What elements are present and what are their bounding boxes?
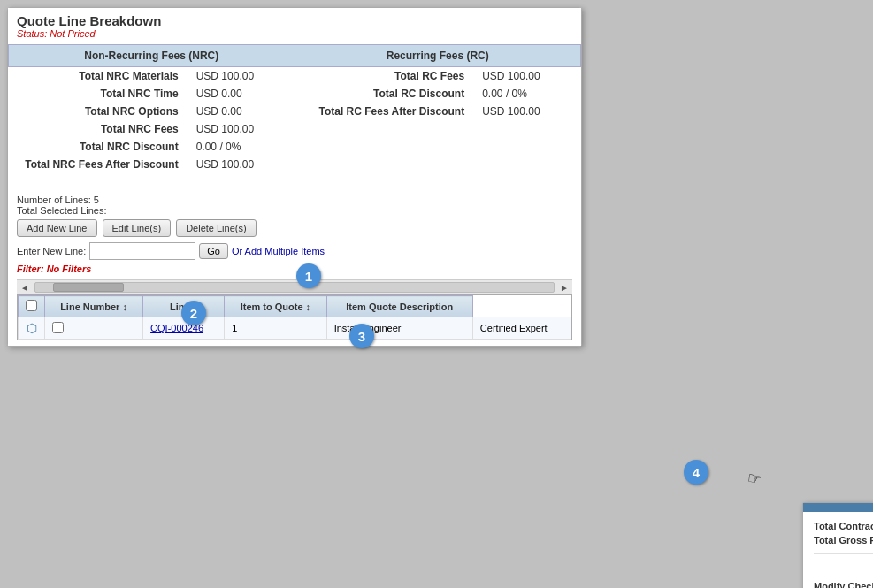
nrc-materials-label: Total NRC Materials xyxy=(9,67,188,86)
scroll-thumb[interactable] xyxy=(53,283,124,292)
step-badge-1: 1 xyxy=(296,263,321,288)
col-line-number-header[interactable]: Line Number ↕ xyxy=(45,296,143,317)
modify-label: Modify Checked Item(s): xyxy=(814,581,873,588)
nrc-header: Non-Recurring Fees (NRC) xyxy=(9,45,295,67)
nrc-options-value: USD 0.00 xyxy=(188,103,295,120)
view-customer-quotation-link[interactable]: View Customer Quotation Line Detail Sepa… xyxy=(814,559,873,569)
rc-header: Recurring Fees (RC) xyxy=(295,45,581,67)
nrc-discount-value: 0.00 / 0% xyxy=(188,138,295,156)
quote-panel-title-section: Quote Line Breakdown Status: Not Priced xyxy=(8,8,581,41)
or-add-multiple-link[interactable]: Or Add Multiple Items xyxy=(232,246,325,256)
nrc-after-value: USD 100.00 xyxy=(188,156,295,173)
nrc-time-label: Total NRC Time xyxy=(9,85,188,103)
right-panel: Total Contract Cost $0.00 Total Gross Pr… xyxy=(802,502,873,588)
total-gross-profit-label: Total Gross Profit / Percent xyxy=(814,535,873,546)
number-of-lines-label: Number of Lines: xyxy=(17,195,91,205)
nrc-fees-value: USD 100.00 xyxy=(188,120,295,138)
nrc-time-value: USD 0.00 xyxy=(188,85,295,103)
modify-row: Modify Checked Item(s): -- Select Action… xyxy=(814,577,873,588)
nrc-fees-label: Total NRC Fees xyxy=(9,120,188,138)
nrc-options-label: Total NRC Options xyxy=(9,103,188,120)
add-new-line-button[interactable]: Add New Line xyxy=(17,219,97,237)
nrc-after-label: Total NRC Fees After Discount xyxy=(9,156,188,173)
page-title: Quote Line Breakdown xyxy=(17,13,572,28)
total-contract-cost-label: Total Contract Cost xyxy=(814,521,873,531)
row-drag-handle: ⬡ xyxy=(19,317,45,340)
col-item-header[interactable]: Item to Quote ↕ xyxy=(225,296,326,317)
cursor-pointer: ☞ xyxy=(746,468,763,489)
total-selected-label: Total Selected Lines: xyxy=(17,205,107,216)
right-panel-header-bar xyxy=(803,503,873,512)
right-panel-container: Total Contract Cost $0.00 Total Gross Pr… xyxy=(400,255,864,442)
nrc-materials-value: USD 100.00 xyxy=(188,67,295,86)
step-badge-2: 2 xyxy=(181,301,206,325)
lines-info: Number of Lines: 5 Total Selected Lines: xyxy=(17,195,572,216)
edit-lines-button[interactable]: Edit Line(s) xyxy=(103,219,172,237)
scroll-left-arrow[interactable]: ◄ xyxy=(17,283,33,293)
rc-discount-value: 0.00 / 0% xyxy=(473,85,580,103)
nrc-discount-label: Total NRC Discount xyxy=(9,138,188,156)
rc-discount-label: Total RC Discount xyxy=(295,85,473,103)
status-badge: Status: Not Priced xyxy=(17,28,572,39)
row-checkbox-cell xyxy=(45,317,143,340)
col-checkbox-header xyxy=(19,296,45,317)
select-all-checkbox[interactable] xyxy=(26,300,37,311)
filter-value: No Filters xyxy=(47,263,92,274)
step-badge-3: 3 xyxy=(349,324,374,348)
cost-summary: Total Contract Cost $0.00 Total Gross Pr… xyxy=(814,519,873,554)
lines-toolbar: Add New Line Edit Line(s) Delete Line(s) xyxy=(17,219,572,237)
right-panel-content: Total Contract Cost $0.00 Total Gross Pr… xyxy=(803,512,873,588)
delete-lines-button[interactable]: Delete Line(s) xyxy=(176,219,256,237)
row-line: 1 xyxy=(225,317,326,340)
step-badge-4: 4 xyxy=(684,460,708,485)
rc-fees-value: USD 100.00 xyxy=(473,67,580,86)
total-gross-profit-row: Total Gross Profit / Percent $0.00 / -10… xyxy=(814,533,873,547)
enter-line-input[interactable] xyxy=(89,242,195,260)
row-checkbox[interactable] xyxy=(52,322,64,333)
rc-after-label: Total RC Fees After Discount xyxy=(295,103,473,120)
number-of-lines-value: 5 xyxy=(94,195,99,205)
total-contract-cost-row: Total Contract Cost $0.00 xyxy=(814,519,873,533)
summary-table: Non-Recurring Fees (NRC) Recurring Fees … xyxy=(8,44,581,173)
go-button[interactable]: Go xyxy=(199,243,228,259)
filter-label: Filter: xyxy=(17,263,44,274)
enter-line-label: Enter New Line: xyxy=(17,246,86,256)
rc-after-value: USD 100.00 xyxy=(473,103,580,120)
rc-fees-label: Total RC Fees xyxy=(295,67,473,86)
